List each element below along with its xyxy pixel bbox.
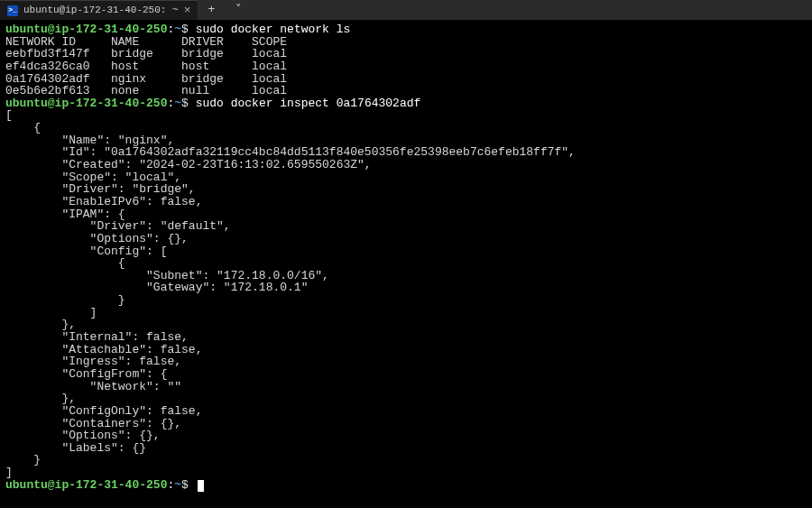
close-icon[interactable]: × — [184, 5, 191, 17]
command-text: sudo docker network ls — [196, 23, 351, 36]
prompt-user-host: ubuntu@ip-172-31-40-250 — [5, 23, 167, 36]
output-line: "Scope": "local", — [5, 171, 807, 184]
output-line: "Subnet": "172.18.0.0/16", — [5, 270, 807, 282]
powershell-icon: >_ — [7, 5, 18, 16]
prompt-user-host: ubuntu@ip-172-31-40-250 — [5, 478, 167, 492]
prompt-path: ~ — [174, 23, 181, 36]
prompt-symbol: $ — [181, 97, 196, 110]
prompt-symbol: $ — [181, 478, 196, 492]
output-line: "Containers": {}, — [5, 418, 807, 430]
output-line: ] — [5, 466, 807, 479]
new-tab-button[interactable]: + — [198, 0, 225, 20]
titlebar: >_ ubuntu@ip-172-31-40-250: ~ × + ˅ — [0, 0, 812, 20]
output-line: { — [5, 257, 807, 270]
prompt-line: ubuntu@ip-172-31-40-250:~$ sudo docker i… — [5, 97, 807, 110]
output-line: "Created": "2024-02-23T16:13:02.65955026… — [5, 159, 807, 171]
output-line: } — [5, 454, 807, 466]
prompt-line: ubuntu@ip-172-31-40-250:~$ sudo docker n… — [5, 23, 807, 36]
output-line: "Id": "0a1764302adfa32119cc4bc84dd5113f8… — [5, 146, 807, 159]
tab-dropdown-button[interactable]: ˅ — [225, 0, 252, 20]
cursor — [198, 480, 204, 492]
output-line: eebfbd3f147f bridge bridge local — [5, 48, 807, 60]
output-line: "IPAM": { — [5, 208, 807, 221]
output-line: "Ingress": false, — [5, 356, 807, 368]
output-line: 0e5b6e2bf613 none null local — [5, 85, 807, 97]
output-line: ] — [5, 307, 807, 319]
prompt-path: ~ — [174, 478, 181, 492]
output-line: "Labels": {} — [5, 442, 807, 455]
output-line: } — [5, 294, 807, 307]
output-line: "Attachable": false, — [5, 344, 807, 356]
output-line: "Driver": "default", — [5, 220, 807, 233]
output-line: ef4dca326ca0 host host local — [5, 60, 807, 73]
output-line: 0a1764302adf nginx bridge local — [5, 73, 807, 86]
prompt-path: ~ — [174, 97, 181, 110]
output-line: "Config": [ — [5, 245, 807, 258]
output-line: }, — [5, 319, 807, 331]
output-line: "Network": "" — [5, 381, 807, 393]
prompt-user-host: ubuntu@ip-172-31-40-250 — [5, 97, 167, 110]
output-line: [ — [5, 109, 807, 122]
output-line: "ConfigFrom": { — [5, 368, 807, 381]
tab-title: ubuntu@ip-172-31-40-250: ~ — [23, 5, 179, 16]
command-text: sudo docker inspect 0a1764302adf — [196, 97, 421, 110]
output-line: "Options": {}, — [5, 429, 807, 442]
output-line: { — [5, 122, 807, 134]
terminal-output[interactable]: ubuntu@ip-172-31-40-250:~$ sudo docker n… — [0, 20, 812, 508]
prompt-symbol: $ — [181, 23, 196, 36]
output-line: "EnableIPv6": false, — [5, 196, 807, 208]
prompt-line: ubuntu@ip-172-31-40-250:~$ — [5, 479, 807, 492]
output-line: "Internal": false, — [5, 331, 807, 344]
output-line: "Name": "nginx", — [5, 134, 807, 147]
output-line: "Gateway": "172.18.0.1" — [5, 282, 807, 294]
output-line: "Options": {}, — [5, 233, 807, 245]
output-line: }, — [5, 393, 807, 405]
output-line: NETWORK ID NAME DRIVER SCOPE — [5, 36, 807, 49]
output-line: "Driver": "bridge", — [5, 183, 807, 196]
output-line: "ConfigOnly": false, — [5, 405, 807, 418]
terminal-tab[interactable]: >_ ubuntu@ip-172-31-40-250: ~ × — [0, 0, 198, 20]
